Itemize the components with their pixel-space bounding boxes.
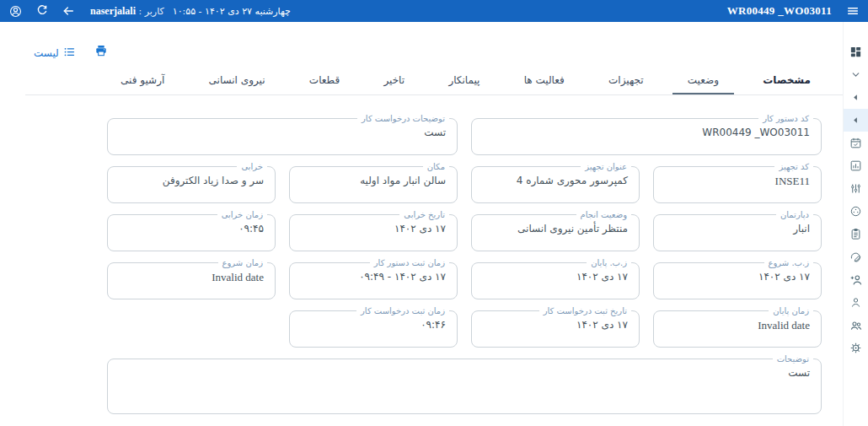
tab-equipment[interactable]: تجهیزات <box>593 67 659 94</box>
field-request-description[interactable]: توضیحات درخواست کار تست <box>107 118 458 155</box>
field-label: وضعیت انجام <box>576 209 631 220</box>
field-label: ز.ب. شروع <box>764 257 813 268</box>
field-notes[interactable]: توضیحات تست <box>107 359 822 414</box>
tab-bar: مشخصات وضعیت تجهیزات فعالیت ها پیمانکار … <box>25 67 868 95</box>
field-label: زمان ثبت درخواست کار <box>356 305 449 316</box>
field-request-register-date[interactable]: تاریخ ثبت درخواست کار ۱۷ دی ۱۴۰۲ <box>471 310 640 348</box>
person-icon[interactable] <box>844 291 868 314</box>
field-label: مکان <box>423 161 449 172</box>
field-label: زمان پایان <box>769 305 813 316</box>
account-icon[interactable] <box>8 4 23 19</box>
hamburger-menu-icon[interactable] <box>845 4 860 19</box>
collapse-left-active-icon[interactable] <box>844 109 868 132</box>
field-scheduled-start[interactable]: ز.ب. شروع ۱۷ دی ۱۴۰۲ <box>653 262 822 299</box>
topbar: کاربر : naserjalali چهارشنبه ۲۷ دی ۱۴۰۲ … <box>0 0 868 22</box>
field-failure-time[interactable]: زمان خرابی ۰۹:۴۵ <box>107 214 276 251</box>
field-start-time[interactable]: زمان شروع Invalid date <box>107 262 276 299</box>
person-add-icon[interactable] <box>844 268 868 291</box>
field-department[interactable]: دپارتمان انبار <box>653 214 822 251</box>
collapse-left-icon[interactable] <box>844 86 868 109</box>
clipboard-icon[interactable] <box>844 223 868 245</box>
current-user: کاربر : naserjalali <box>90 5 164 18</box>
field-end-time[interactable]: زمان پایان Invalid date <box>653 310 822 348</box>
people-icon[interactable] <box>844 314 868 337</box>
tab-contractor[interactable]: پیمانکار <box>433 67 495 94</box>
field-request-register-time[interactable]: زمان ثبت درخواست کار ۰۹:۴۶ <box>289 310 458 348</box>
field-label: زمان شروع <box>218 257 267 268</box>
tab-activities[interactable]: فعالیت ها <box>509 67 580 94</box>
tab-delay[interactable]: تاخیر <box>368 67 420 94</box>
back-arrow-icon[interactable] <box>61 4 75 19</box>
field-work-order-code[interactable]: کد دستور کار WR00449 _WO03011 <box>471 118 822 155</box>
field-value: تست <box>108 359 821 379</box>
empty-grid-cell <box>107 310 276 348</box>
settings-gear-icon[interactable] <box>844 337 868 359</box>
field-scheduled-end[interactable]: ز.ب. پایان ۱۷ دی ۱۴۰۲ <box>471 262 640 299</box>
refresh-icon[interactable] <box>35 4 49 19</box>
calendar-check-icon[interactable] <box>844 132 868 154</box>
sliders-icon[interactable] <box>844 177 868 200</box>
field-failure[interactable]: خرابی سر و صدا زیاد الکتروفن <box>107 166 276 203</box>
field-progress-status[interactable]: وضعیت انجام منتظر تأمین نیروی انسانی <box>471 214 640 251</box>
right-icon-rail <box>843 22 868 426</box>
field-equipment-title[interactable]: عنوان تجهیز کمپرسور محوری شماره 4 <box>471 166 640 203</box>
tab-parts[interactable]: قطعات <box>294 67 355 94</box>
bar-chart-icon[interactable] <box>844 154 868 177</box>
chevron-down-icon[interactable] <box>844 63 868 86</box>
field-label: کد دستور کار <box>758 113 813 124</box>
field-label: کد تجهیز <box>774 161 813 172</box>
content: لیست مشخصات وضعیت تجهیزات فعالیت ها پیما… <box>25 22 868 414</box>
field-label: ز.ب. پایان <box>587 257 631 268</box>
list-icon <box>63 46 76 61</box>
field-label: زمان ثبت دستور کار <box>370 257 449 268</box>
tab-technical-archive[interactable]: آرشیو فنی <box>105 67 179 94</box>
toolbar: لیست <box>25 22 868 67</box>
user-name: naserjalali <box>90 5 136 17</box>
edit-icon[interactable] <box>844 245 868 268</box>
field-location[interactable]: مکان سالن انبار مواد اولیه <box>289 166 458 203</box>
list-label: لیست <box>34 47 59 59</box>
print-button[interactable] <box>94 44 108 61</box>
tab-status[interactable]: وضعیت <box>672 67 734 94</box>
field-label: توضیحات <box>773 353 813 364</box>
field-label: عنوان تجهیز <box>581 161 631 172</box>
tab-manpower[interactable]: نیروی انسانی <box>194 67 281 94</box>
work-order-code-title: WR00449 _WO03011 <box>727 4 832 18</box>
field-label: توضیحات درخواست کار <box>357 113 449 124</box>
topbar-datetime: چهارشنبه ۲۷ دی ۱۴۰۲ - ۱۰:۵۵ <box>173 6 291 17</box>
field-work-order-register-time[interactable]: زمان ثبت دستور کار ۱۷ دی ۱۴۰۲ - ۰۹:۴۹ <box>289 262 458 299</box>
printer-icon <box>94 44 108 61</box>
field-label: زمان خرابی <box>217 209 267 220</box>
field-equipment-code[interactable]: کد تجهیز INSE11 <box>653 166 822 203</box>
tab-specifications[interactable]: مشخصات <box>747 67 826 94</box>
field-label: دپارتمان <box>776 209 813 220</box>
field-failure-date[interactable]: تاریخ خرابی ۱۷ دی ۱۴۰۲ <box>289 214 458 251</box>
dashboard-icon[interactable] <box>844 40 868 63</box>
work-order-form: کد دستور کار WR00449 _WO03011 توضیحات در… <box>25 95 868 414</box>
list-button[interactable]: لیست <box>34 46 76 61</box>
field-label: تاریخ خرابی <box>399 209 449 220</box>
field-label: تاریخ ثبت درخواست کار <box>539 305 631 316</box>
gauge-icon[interactable] <box>844 200 868 223</box>
field-label: خرابی <box>237 161 267 172</box>
